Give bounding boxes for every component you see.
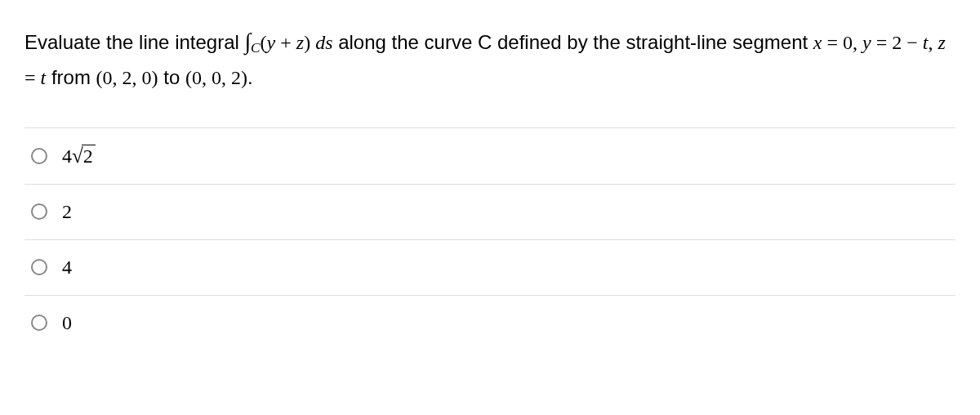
integral-expr: ∫C(y + z) ds [245,32,333,53]
options-list: 4√2 2 4 0 [24,127,956,350]
point-1: (0, 2, 0) [96,67,158,88]
point-2: (0, 0, 2) [185,67,247,88]
question-period: . [247,66,253,88]
radio-icon [31,148,47,164]
radio-icon [31,203,47,220]
option-4[interactable]: 0 [24,296,956,350]
radio-icon [31,315,47,331]
sqrt-expr: √2 [72,145,96,167]
option-3[interactable]: 4 [24,240,956,296]
option-1[interactable]: 4√2 [24,128,956,185]
question-part3: from [46,66,96,88]
option-label: 0 [62,312,72,334]
option-label: 4√2 [62,145,96,167]
question-text: Evaluate the line integral ∫C(y + z) ds … [24,23,956,95]
option-2[interactable]: 2 [24,185,956,240]
option-label: 4 [62,257,72,279]
radio-icon [31,259,47,275]
question-part2: along the curve C defined by the straigh… [333,31,813,53]
question-part1: Evaluate the line integral [24,31,245,53]
option-label: 2 [62,201,72,223]
question-part4: to [158,66,185,88]
